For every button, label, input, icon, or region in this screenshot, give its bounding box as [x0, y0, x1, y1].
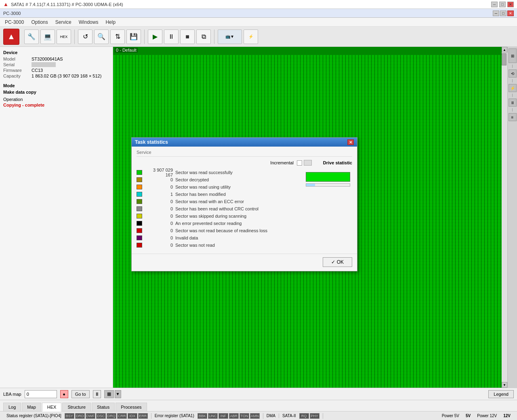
stat-count: 3 907 029 167	[145, 168, 173, 177]
drive-main-bar	[306, 172, 350, 182]
stat-color-box	[137, 185, 142, 189]
stat-color-box	[137, 199, 142, 204]
stat-row: 3 907 029 167Sector was read successfull…	[137, 169, 299, 176]
stat-count: 0	[145, 221, 173, 226]
stats-container: 3 907 029 167Sector was read successfull…	[137, 169, 352, 249]
stat-row: 0Sector was skipped during scanning	[137, 212, 299, 220]
stat-row: 0Sector decrypted	[137, 176, 299, 183]
incremental-checkbox-area	[297, 160, 312, 166]
stat-row: 0Sector was read using utility	[137, 183, 299, 191]
stat-desc: Sector has been modified	[175, 192, 226, 197]
stat-desc: Sector decrypted	[175, 177, 209, 182]
service-label: Service	[137, 150, 352, 157]
stat-desc: Sector has been read without CRC control	[175, 206, 258, 211]
task-statistics-dialog: Task statistics ✕ Service Incremental Dr…	[131, 137, 357, 271]
dialog-top-row: Incremental Drive statistic	[137, 160, 352, 166]
drive-small-bar	[306, 183, 350, 187]
stat-color-box	[137, 192, 142, 197]
stat-row: 0Sector has been read without CRC contro…	[137, 205, 299, 212]
incremental-checkbox[interactable]	[297, 160, 302, 166]
dialog-close-button[interactable]: ✕	[347, 139, 354, 145]
stat-color-box	[137, 243, 142, 248]
stat-color-box	[137, 177, 142, 182]
stat-desc: Sector was read successfully	[175, 170, 233, 175]
stat-row: 0Invalid data	[137, 234, 299, 242]
dialog-overlay: Task statistics ✕ Service Incremental Dr…	[0, 0, 517, 420]
stat-color-box	[137, 214, 142, 218]
drive-small-bar-fill	[306, 184, 315, 186]
drive-statistic-label: Drive statistic	[323, 160, 352, 165]
dialog-footer: ✓ OK	[132, 254, 357, 271]
stat-row: 0An error prevented sector reading	[137, 220, 299, 227]
stat-color-box	[137, 221, 142, 226]
stat-count: 0	[145, 206, 173, 211]
stat-count: 0	[145, 199, 173, 204]
drive-visual	[304, 169, 352, 249]
stat-color-box	[137, 170, 142, 175]
stat-count: 1	[145, 192, 173, 197]
dialog-title: Task statistics	[135, 139, 168, 145]
stat-desc: An error prevented sector reading	[175, 221, 242, 226]
stat-count: 0	[145, 177, 173, 182]
stat-count: 0	[145, 243, 173, 248]
stat-row: 0Sector was not read	[137, 242, 299, 249]
stat-color-box	[137, 235, 142, 240]
stat-row: 1Sector has been modified	[137, 191, 299, 198]
stat-color-box	[137, 228, 142, 233]
stats-list: 3 907 029 167Sector was read successfull…	[137, 169, 299, 249]
incremental-label: Incremental	[270, 160, 293, 165]
stat-row: 0Sector was not read because of readines…	[137, 227, 299, 234]
drive-bar-fill	[306, 172, 350, 181]
stat-desc: Sector was read with an ECC error	[175, 199, 244, 204]
ok-button[interactable]: ✓ OK	[323, 257, 352, 267]
stat-count: 0	[145, 185, 173, 189]
incremental-picker[interactable]	[304, 160, 312, 166]
stat-desc: Invalid data	[175, 235, 198, 240]
stat-desc: Sector was skipped during scanning	[175, 214, 246, 218]
dialog-body: Service Incremental Drive statistic 3 90…	[132, 147, 357, 252]
stat-desc: Sector was not read because of readiness…	[175, 228, 267, 233]
stat-desc: Sector was not read	[175, 243, 215, 248]
stat-count: 0	[145, 228, 173, 233]
stat-count: 0	[145, 235, 173, 240]
stat-count: 0	[145, 214, 173, 218]
stat-desc: Sector was read using utility	[175, 185, 231, 189]
stat-row: 0Sector was read with an ECC error	[137, 198, 299, 205]
stat-color-box	[137, 206, 142, 211]
dialog-title-bar: Task statistics ✕	[132, 138, 357, 147]
